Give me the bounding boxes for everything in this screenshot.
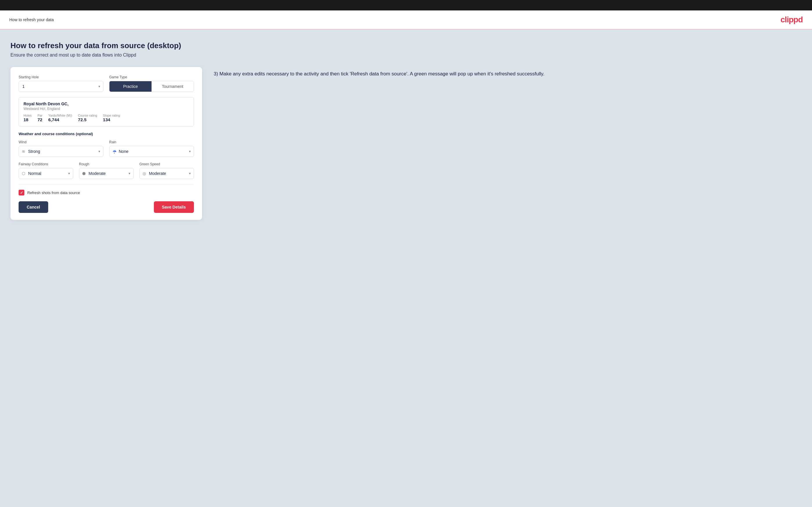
fairway-select-wrapper[interactable]: Normal Soft Hard ▾ bbox=[18, 168, 73, 179]
refresh-checkbox[interactable]: ✓ bbox=[18, 190, 24, 195]
game-type-group-container: Game Type Practice Tournament bbox=[109, 75, 194, 92]
par-stat: Par 72 bbox=[38, 114, 42, 122]
rain-select[interactable]: None Light Heavy bbox=[109, 146, 194, 157]
starting-hole-gametype-row: Starting Hole 1 10 ▾ Game Type Practice … bbox=[18, 75, 194, 92]
rain-icon bbox=[112, 149, 117, 154]
rain-select-wrapper[interactable]: None Light Heavy ▾ bbox=[109, 146, 194, 157]
tournament-button[interactable]: Tournament bbox=[152, 81, 194, 92]
fairway-icon bbox=[22, 171, 25, 176]
save-button[interactable]: Save Details bbox=[154, 201, 194, 213]
holes-value: 18 bbox=[23, 117, 32, 122]
course-name: Royal North Devon GC, bbox=[23, 102, 189, 106]
green-speed-select[interactable]: Moderate Slow Fast bbox=[140, 168, 194, 179]
green-speed-icon bbox=[143, 171, 146, 176]
weather-section-label: Weather and course conditions (optional) bbox=[18, 132, 194, 136]
yards-stat: Yards/White (M)) 6,744 bbox=[48, 114, 72, 122]
yards-label: Yards/White (M)) bbox=[48, 114, 72, 117]
fairway-label: Fairway Conditions bbox=[18, 162, 73, 166]
rough-select[interactable]: Moderate Light Heavy bbox=[79, 168, 133, 179]
page-subtitle: Ensure the correct and most up to date d… bbox=[10, 53, 802, 58]
holes-stat: Holes 18 bbox=[23, 114, 32, 122]
divider bbox=[18, 184, 194, 184]
rough-label: Rough bbox=[79, 162, 134, 166]
rain-label: Rain bbox=[109, 140, 194, 144]
practice-button[interactable]: Practice bbox=[109, 81, 152, 92]
par-label: Par bbox=[38, 114, 42, 117]
green-speed-select-wrapper[interactable]: Moderate Slow Fast ▾ bbox=[139, 168, 194, 179]
refresh-checkbox-label: Refresh shots from data source bbox=[27, 190, 80, 195]
green-speed-label: Green Speed bbox=[139, 162, 194, 166]
main-content: How to refresh your data from source (de… bbox=[0, 30, 812, 507]
par-value: 72 bbox=[38, 117, 42, 122]
wind-rain-row: Wind Strong Calm Light Moderate ▾ Rain bbox=[18, 140, 194, 157]
fairway-rough-green-row: Fairway Conditions Normal Soft Hard ▾ Ro… bbox=[18, 162, 194, 179]
starting-hole-label: Starting Hole bbox=[18, 75, 103, 79]
wind-icon bbox=[22, 149, 25, 154]
holes-label: Holes bbox=[23, 114, 32, 117]
cancel-button[interactable]: Cancel bbox=[18, 201, 48, 213]
course-info-box: Royal North Devon GC, Westward Ho!, Engl… bbox=[18, 97, 194, 126]
slope-rating-stat: Slope rating 134 bbox=[103, 114, 120, 122]
button-row: Cancel Save Details bbox=[18, 201, 194, 213]
wind-label: Wind bbox=[18, 140, 103, 144]
starting-hole-select-wrapper[interactable]: 1 10 ▾ bbox=[18, 81, 103, 92]
rain-group: Rain None Light Heavy ▾ bbox=[109, 140, 194, 157]
starting-hole-select[interactable]: 1 10 bbox=[19, 81, 103, 92]
check-mark-icon: ✓ bbox=[20, 190, 23, 195]
wind-select[interactable]: Strong Calm Light Moderate bbox=[19, 146, 103, 157]
header-title: How to refresh your data bbox=[9, 17, 54, 22]
page-heading: How to refresh your data from source (de… bbox=[10, 41, 802, 50]
logo: clippd bbox=[781, 15, 803, 24]
rough-select-wrapper[interactable]: Moderate Light Heavy ▾ bbox=[79, 168, 134, 179]
header: How to refresh your data clippd bbox=[0, 10, 812, 30]
slope-rating-label: Slope rating bbox=[103, 114, 120, 117]
top-bar bbox=[0, 0, 812, 10]
fairway-group: Fairway Conditions Normal Soft Hard ▾ bbox=[18, 162, 73, 179]
rough-icon bbox=[82, 171, 86, 176]
course-location: Westward Ho!, England bbox=[23, 107, 189, 111]
course-rating-stat: Course rating 72.5 bbox=[78, 114, 97, 122]
slope-rating-value: 134 bbox=[103, 117, 120, 122]
course-stats: Holes 18 Par 72 Yards/White (M)) 6,744 C… bbox=[23, 114, 189, 122]
game-type-label: Game Type bbox=[109, 75, 194, 79]
rough-group: Rough Moderate Light Heavy ▾ bbox=[79, 162, 134, 179]
fairway-select[interactable]: Normal Soft Hard bbox=[19, 168, 73, 179]
content-row: Starting Hole 1 10 ▾ Game Type Practice … bbox=[10, 67, 802, 220]
side-description-text: 3) Make any extra edits necessary to the… bbox=[214, 70, 802, 78]
edit-card: Starting Hole 1 10 ▾ Game Type Practice … bbox=[10, 67, 202, 220]
yards-value: 6,744 bbox=[48, 117, 72, 122]
starting-hole-group: Starting Hole 1 10 ▾ bbox=[18, 75, 103, 92]
wind-select-wrapper[interactable]: Strong Calm Light Moderate ▾ bbox=[18, 146, 103, 157]
course-rating-label: Course rating bbox=[78, 114, 97, 117]
refresh-checkbox-row: ✓ Refresh shots from data source bbox=[18, 190, 194, 195]
game-type-toggle: Practice Tournament bbox=[109, 81, 194, 92]
green-speed-group: Green Speed Moderate Slow Fast ▾ bbox=[139, 162, 194, 179]
side-description: 3) Make any extra edits necessary to the… bbox=[214, 67, 802, 78]
wind-group: Wind Strong Calm Light Moderate ▾ bbox=[18, 140, 103, 157]
course-rating-value: 72.5 bbox=[78, 117, 97, 122]
